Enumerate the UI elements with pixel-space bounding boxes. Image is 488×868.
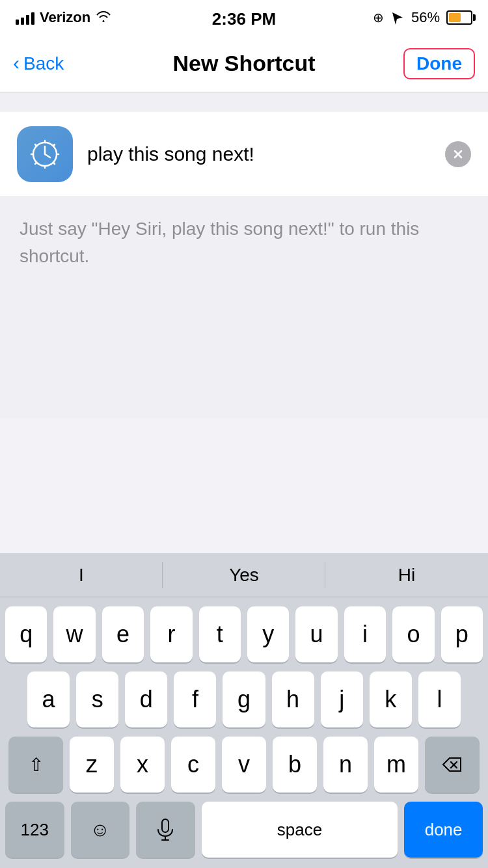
key-q[interactable]: q — [5, 606, 47, 662]
key-i[interactable]: i — [344, 606, 386, 662]
svg-line-2 — [45, 154, 50, 157]
key-y[interactable]: y — [247, 606, 289, 662]
suggestion-Hi[interactable]: Hi — [325, 553, 488, 597]
key-row-3: ⇧ z x c v b n m — [5, 737, 483, 793]
nav-bar: ‹ Back New Shortcut Done — [0, 35, 488, 92]
key-space[interactable]: space — [202, 802, 398, 858]
key-a[interactable]: a — [27, 671, 70, 727]
key-p[interactable]: p — [441, 606, 483, 662]
shortcut-icon[interactable] — [17, 126, 73, 182]
key-u[interactable]: u — [295, 606, 337, 662]
key-j[interactable]: j — [321, 671, 363, 727]
key-h[interactable]: h — [272, 671, 314, 727]
key-f[interactable]: f — [174, 671, 216, 727]
signal-bars — [16, 10, 34, 25]
svg-rect-15 — [162, 819, 169, 832]
keyboard: I Yes Hi q w e r t y u i o p a s d f g h… — [0, 553, 488, 868]
key-mic[interactable] — [136, 802, 195, 858]
description-text: Just say "Hey Siri, play this song next!… — [20, 215, 468, 270]
key-w[interactable]: w — [53, 606, 95, 662]
svg-line-9 — [53, 144, 55, 146]
status-time: 2:36 PM — [212, 9, 276, 29]
shortcut-name-input[interactable] — [87, 143, 431, 165]
key-b[interactable]: b — [273, 737, 317, 793]
location-icon: ⊕ — [373, 10, 384, 25]
key-g[interactable]: g — [223, 671, 265, 727]
description-area: Just say "Hey Siri, play this song next!… — [0, 197, 488, 418]
key-d[interactable]: d — [125, 671, 167, 727]
svg-line-8 — [53, 163, 55, 164]
key-n[interactable]: n — [323, 737, 368, 793]
key-v[interactable]: v — [222, 737, 266, 793]
keyboard-rows: q w e r t y u i o p a s d f g h j k l ⇧ … — [0, 597, 488, 793]
key-shift[interactable]: ⇧ — [8, 737, 63, 793]
key-m[interactable]: m — [374, 737, 418, 793]
location-arrow-icon — [390, 10, 405, 25]
key-o[interactable]: o — [392, 606, 434, 662]
suggestion-I[interactable]: I — [0, 553, 163, 597]
key-backspace[interactable] — [425, 737, 480, 793]
key-row-1: q w e r t y u i o p — [5, 606, 483, 662]
status-bar: Verizon 2:36 PM ⊕ 56% — [0, 0, 488, 35]
svg-line-10 — [35, 163, 36, 164]
suggestion-Yes[interactable]: Yes — [163, 553, 325, 597]
key-r[interactable]: r — [150, 606, 192, 662]
back-button[interactable]: ‹ Back — [13, 53, 64, 74]
carrier-name: Verizon — [40, 9, 90, 26]
back-label: Back — [23, 53, 64, 74]
key-emoji[interactable]: ☺ — [71, 802, 130, 858]
shortcut-row — [0, 112, 488, 197]
nav-title: New Shortcut — [172, 51, 315, 76]
key-s[interactable]: s — [76, 671, 118, 727]
keyboard-bottom-row: 123 ☺ space done — [0, 793, 488, 868]
done-button[interactable]: Done — [403, 48, 475, 79]
battery-percent: 56% — [411, 9, 440, 26]
content-area: Just say "Hey Siri, play this song next!… — [0, 92, 488, 418]
key-row-2: a s d f g h j k l — [5, 671, 483, 727]
shortcut-clear-button[interactable] — [445, 141, 471, 167]
key-c[interactable]: c — [171, 737, 215, 793]
battery-icon — [446, 10, 472, 25]
key-x[interactable]: x — [120, 737, 165, 793]
key-k[interactable]: k — [370, 671, 412, 727]
key-done[interactable]: done — [404, 802, 483, 858]
wifi-icon — [96, 10, 111, 26]
key-t[interactable]: t — [199, 606, 241, 662]
svg-line-7 — [35, 144, 36, 146]
key-l[interactable]: l — [418, 671, 461, 727]
back-chevron-icon: ‹ — [13, 52, 20, 74]
key-numbers[interactable]: 123 — [5, 802, 64, 858]
keyboard-suggestions: I Yes Hi — [0, 553, 488, 597]
key-z[interactable]: z — [70, 737, 114, 793]
key-e[interactable]: e — [102, 606, 144, 662]
